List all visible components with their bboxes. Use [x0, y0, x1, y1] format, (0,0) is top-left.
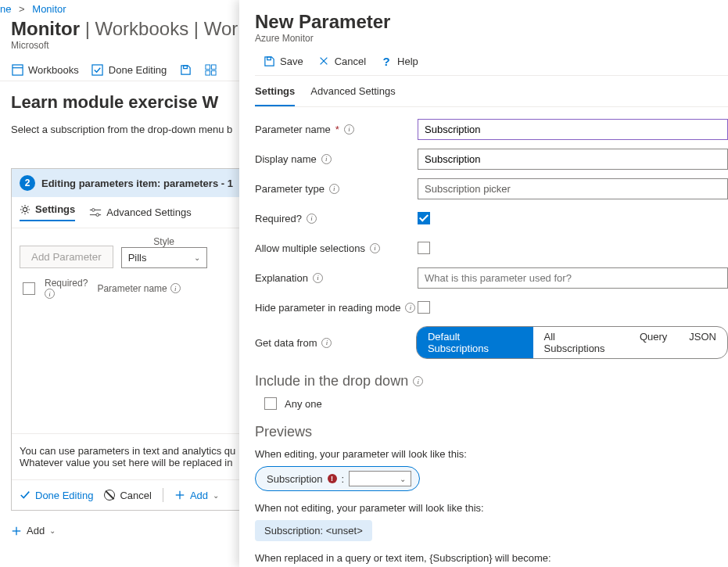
- subtab-advanced[interactable]: Advanced Settings: [89, 206, 191, 218]
- info-icon[interactable]: i: [313, 273, 323, 283]
- panel-help-button[interactable]: ? Help: [380, 55, 418, 67]
- help-icon: ?: [380, 55, 393, 67]
- svg-rect-3: [183, 65, 187, 68]
- label-required: Required?: [255, 213, 302, 224]
- preview-not-editing-chip: Subscription: <unset>: [255, 520, 372, 541]
- select-all-checkbox[interactable]: [23, 282, 35, 295]
- svg-rect-2: [92, 64, 102, 74]
- chevron-down-icon: ⌄: [49, 526, 56, 535]
- error-icon: !: [328, 474, 337, 483]
- chevron-down-icon: ⌄: [194, 253, 200, 262]
- label-parameter-type: Parameter type: [255, 183, 325, 195]
- parameter-type-select[interactable]: Subscription picker: [418, 178, 728, 199]
- preview-editing-pill[interactable]: Subscription ! : ⌄: [255, 466, 420, 491]
- pill-default-subscriptions[interactable]: Default Subscriptions: [417, 327, 533, 358]
- edit-header-title: Editing parameters item: parameters - 1: [41, 178, 233, 189]
- label-parameter-name: Parameter name: [255, 124, 331, 135]
- allow-multiple-checkbox[interactable]: [418, 242, 430, 254]
- check-icon: [20, 490, 30, 501]
- parameter-name-input[interactable]: [418, 119, 728, 140]
- page-title-strong: Monitor: [11, 18, 80, 39]
- svg-rect-6: [206, 70, 210, 75]
- grid-icon[interactable]: [204, 63, 217, 76]
- label-get-data-from: Get data from: [255, 337, 317, 349]
- label-hide-reading: Hide parameter in reading mode: [255, 302, 400, 314]
- footer-cancel[interactable]: Cancel: [104, 490, 151, 501]
- footer-add[interactable]: Add ⌄: [174, 490, 219, 501]
- style-select[interactable]: Pills ⌄: [121, 247, 207, 268]
- footer-add-label: Add: [190, 490, 208, 501]
- breadcrumb-monitor[interactable]: Monitor: [32, 3, 66, 15]
- explanation-input[interactable]: [418, 267, 728, 289]
- info-icon[interactable]: i: [370, 243, 380, 253]
- svg-rect-19: [267, 56, 271, 59]
- include-heading: Include in the drop down: [255, 373, 408, 389]
- preview-editing-text: When editing, your parameter will look l…: [255, 448, 728, 460]
- panel-title: New Parameter: [255, 11, 728, 33]
- preview-colon: :: [342, 473, 345, 485]
- panel-save-button[interactable]: Save: [263, 55, 303, 67]
- previews-heading: Previews: [255, 424, 728, 440]
- footer-done-editing-label: Done Editing: [35, 490, 93, 501]
- save-icon[interactable]: [179, 63, 192, 76]
- svg-point-8: [23, 207, 27, 211]
- info-icon[interactable]: i: [405, 303, 415, 313]
- breadcrumb-separator: >: [19, 3, 25, 15]
- panel-cancel-button[interactable]: Cancel: [317, 55, 366, 67]
- info-icon[interactable]: i: [321, 154, 332, 164]
- label-allow-multiple: Allow multiple selections: [255, 242, 365, 254]
- subtab-settings[interactable]: Settings: [20, 203, 75, 221]
- save-icon: [263, 55, 275, 67]
- required-asterisk: *: [335, 124, 339, 135]
- svg-rect-0: [12, 64, 22, 74]
- panel-subtitle: Azure Monitor: [255, 33, 728, 44]
- footer-done-editing[interactable]: Done Editing: [20, 490, 93, 501]
- toolbar-done-editing-label: Done Editing: [109, 64, 167, 76]
- info-icon[interactable]: i: [344, 124, 354, 135]
- preview-replaced-text: When replaced in a query or text item, {…: [255, 552, 728, 564]
- gear-icon: [20, 204, 30, 215]
- svg-rect-5: [211, 64, 216, 69]
- panel-save-label: Save: [280, 56, 303, 67]
- anyone-checkbox[interactable]: [264, 397, 277, 410]
- toolbar-done-editing[interactable]: Done Editing: [91, 63, 167, 76]
- footer-cancel-label: Cancel: [120, 490, 151, 501]
- svg-point-10: [92, 208, 95, 211]
- preview-not-editing-text: When not editing, your parameter will lo…: [255, 502, 728, 514]
- pill-query[interactable]: Query: [629, 327, 678, 358]
- toolbar-workbooks[interactable]: Workbooks: [11, 63, 79, 76]
- new-parameter-panel: New Parameter Azure Monitor Save Cancel …: [239, 0, 728, 567]
- toolbar-workbooks-label: Workbooks: [28, 64, 79, 76]
- subtab-advanced-label: Advanced Settings: [106, 206, 191, 218]
- divider: [163, 488, 163, 502]
- panel-tab-settings[interactable]: Settings: [255, 85, 295, 106]
- cancel-icon: [104, 490, 115, 501]
- label-display-name: Display name: [255, 153, 317, 165]
- info-icon[interactable]: i: [413, 376, 423, 386]
- data-source-toggle: Default Subscriptions All Subscriptions …: [416, 326, 728, 359]
- panel-tab-advanced[interactable]: Advanced Settings: [310, 85, 395, 106]
- panel-help-label: Help: [397, 56, 418, 67]
- hide-reading-checkbox[interactable]: [418, 301, 430, 314]
- style-label: Style: [121, 236, 207, 247]
- done-editing-icon: [91, 63, 104, 76]
- add-parameter-button[interactable]: Add Parameter: [20, 246, 113, 268]
- info-icon[interactable]: i: [329, 184, 339, 194]
- display-name-input[interactable]: [418, 149, 728, 170]
- info-icon[interactable]: i: [45, 289, 55, 299]
- anyone-label: Any one: [285, 398, 322, 410]
- info-icon[interactable]: i: [321, 338, 332, 348]
- col-required: Required?: [45, 278, 88, 289]
- preview-select[interactable]: ⌄: [349, 471, 411, 486]
- info-icon[interactable]: i: [307, 214, 317, 224]
- close-icon: [317, 55, 330, 67]
- required-checkbox[interactable]: [418, 212, 430, 224]
- pill-all-subscriptions[interactable]: All Subscriptions: [533, 327, 629, 358]
- pill-json[interactable]: JSON: [678, 327, 727, 358]
- page-add-label: Add: [27, 525, 45, 536]
- page-add-button[interactable]: Add ⌄: [0, 511, 66, 551]
- breadcrumb-home[interactable]: ne: [0, 3, 11, 15]
- info-icon[interactable]: i: [170, 283, 181, 293]
- plus-icon: [174, 490, 185, 501]
- chevron-down-icon: ⌄: [213, 491, 219, 500]
